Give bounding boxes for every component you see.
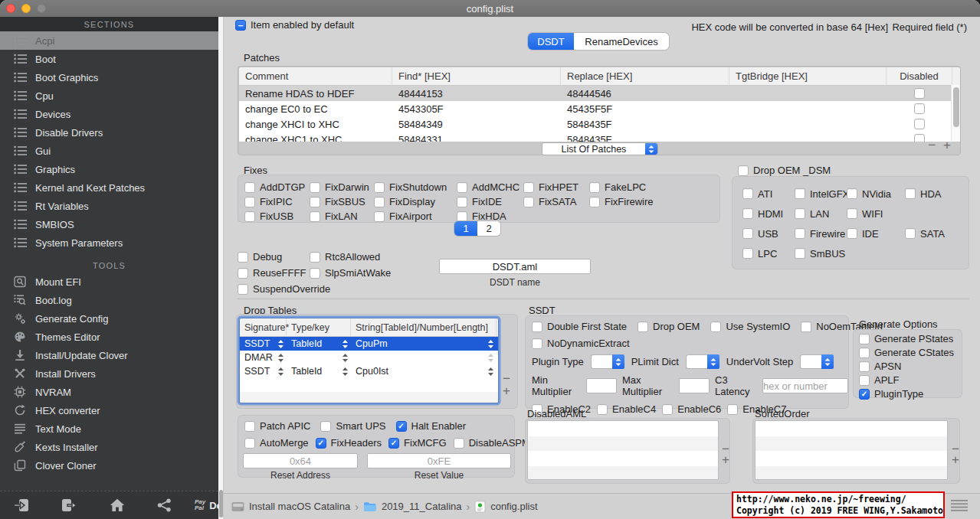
- import-icon[interactable]: [14, 498, 29, 512]
- select-undervolt-step[interactable]: [800, 354, 834, 369]
- stepper-icon[interactable]: [277, 367, 284, 377]
- add-drop-table-button[interactable]: +: [503, 387, 510, 395]
- table-row[interactable]: SSDTTableIdCpu0Ist: [240, 364, 498, 378]
- field-input-max-multiplier[interactable]: [679, 378, 710, 393]
- select-stepper-icon[interactable]: [612, 354, 624, 369]
- select-plimit-dict[interactable]: [686, 354, 719, 369]
- checkbox-rtc8allowed[interactable]: Rtc8Allowed: [310, 251, 391, 263]
- sidebar-scrollbar[interactable]: [218, 17, 224, 519]
- checkbox-fixdisplay[interactable]: FixDisplay: [374, 196, 457, 207]
- stepper-icon[interactable]: [342, 367, 349, 377]
- checkbox-box[interactable]: [597, 404, 608, 415]
- checkbox-box[interactable]: [457, 182, 467, 193]
- add-patch-button[interactable]: +: [943, 142, 951, 149]
- checkbox-enablec4[interactable]: EnableC4: [597, 403, 656, 415]
- checkbox-box[interactable]: [795, 228, 805, 239]
- checkbox-patch-apic[interactable]: Patch APIC: [244, 420, 310, 432]
- table-row[interactable]: Rename HDAS to HDEF4844415348444546: [239, 86, 960, 101]
- checkbox-fixipic[interactable]: FixIPIC: [244, 196, 310, 207]
- checkbox-box[interactable]: [238, 252, 248, 263]
- checkbox-box[interactable]: [742, 248, 753, 259]
- remove-patch-button[interactable]: −: [928, 142, 936, 149]
- checkbox-box[interactable]: [244, 197, 255, 207]
- tool-item-nvram[interactable]: NVRAM: [0, 383, 218, 401]
- checkbox-box[interactable]: ✓: [316, 438, 326, 449]
- checkbox-sata[interactable]: SATA: [905, 228, 966, 240]
- checkbox-fixmcfg[interactable]: ✓FixMCFG: [388, 437, 447, 449]
- checkbox-box[interactable]: [244, 211, 255, 222]
- sidebar-item-system-parameters[interactable]: System Parameters: [0, 233, 218, 252]
- checkbox-nvidia[interactable]: NVidia: [847, 188, 905, 200]
- checkbox-box[interactable]: [244, 182, 255, 193]
- checkbox-box[interactable]: [847, 208, 857, 219]
- drop-oem-dsm-checkbox[interactable]: Drop OEM _DSM: [738, 165, 831, 176]
- list-of-patches-dropdown[interactable]: List Of Patches: [542, 142, 658, 155]
- checkbox-ide[interactable]: IDE: [847, 228, 905, 240]
- checkbox-box[interactable]: [310, 268, 320, 279]
- checkbox-box[interactable]: [374, 182, 385, 193]
- tool-item-install-drivers[interactable]: Install Drivers: [0, 364, 218, 383]
- checkbox-aplf[interactable]: APLF: [859, 374, 962, 386]
- checkbox-box[interactable]: [795, 188, 805, 199]
- sidebar-item-acpi[interactable]: Acpi: [0, 31, 218, 50]
- checkbox-box[interactable]: [310, 252, 320, 263]
- checkbox-box[interactable]: [310, 182, 320, 193]
- checkbox-fixsata[interactable]: FixSATA: [523, 196, 589, 207]
- checkbox-box[interactable]: [738, 165, 749, 176]
- checkbox-box[interactable]: [795, 208, 805, 219]
- sidebar-item-boot[interactable]: Boot: [0, 50, 218, 68]
- checkbox-box[interactable]: [374, 211, 385, 222]
- stepper-icon[interactable]: [487, 339, 494, 349]
- checkbox-double-first-state[interactable]: Double First State: [532, 321, 627, 332]
- stepper-icon[interactable]: [342, 339, 349, 349]
- checkbox-box[interactable]: [727, 404, 738, 415]
- checkbox-box[interactable]: [742, 188, 753, 199]
- checkbox-box[interactable]: [457, 197, 467, 207]
- fixes-page-1[interactable]: 1: [454, 221, 477, 236]
- checkbox-fixlan[interactable]: FixLAN: [310, 211, 374, 222]
- table-row[interactable]: change XHC1 to XHC584843315848435F: [239, 132, 960, 142]
- checkbox-use-systemio[interactable]: Use SystemIO: [710, 321, 790, 332]
- checkbox-box[interactable]: [905, 188, 916, 199]
- tool-item-hex-converter[interactable]: HEX converter: [0, 401, 218, 419]
- breadcrumb-item[interactable]: config.plist: [490, 501, 537, 512]
- checkbox-nodynamicextract[interactable]: NoDynamicExtract: [532, 338, 630, 349]
- checkbox-automerge[interactable]: AutoMerge: [244, 437, 309, 449]
- checkbox-fixhda[interactable]: FixHDA: [457, 211, 523, 222]
- add-sorted-order-button[interactable]: +: [952, 456, 959, 464]
- patches-table-scrollbar[interactable]: [951, 85, 960, 141]
- hamburger-menu-icon[interactable]: [951, 500, 968, 514]
- checkbox-box[interactable]: [454, 438, 464, 449]
- checkbox-box[interactable]: [662, 404, 673, 415]
- sidebar-item-disable-drivers[interactable]: Disable Drivers: [0, 123, 218, 142]
- checkbox-box[interactable]: [532, 338, 542, 349]
- disabled-checkbox[interactable]: [914, 134, 925, 142]
- checkbox-plugintype[interactable]: ✓PluginType: [859, 388, 962, 400]
- stepper-icon[interactable]: [277, 353, 284, 363]
- checkbox-slpsmiatwake[interactable]: SlpSmiAtWake: [310, 267, 391, 279]
- breadcrumb-item[interactable]: Install macOS Catalina: [249, 501, 350, 512]
- scrollbar-thumb[interactable]: [219, 490, 223, 517]
- checkbox-fixsbus[interactable]: FixSBUS: [310, 196, 374, 207]
- reset-address-input[interactable]: [243, 453, 358, 468]
- sorted-order-list[interactable]: [755, 420, 948, 480]
- checkbox-smart-ups[interactable]: Smart UPS: [320, 420, 385, 432]
- checkbox-ati[interactable]: ATI: [742, 188, 795, 200]
- tool-item-mount-efi[interactable]: Mount EFI: [0, 273, 218, 291]
- checkbox-fakelpc[interactable]: FakeLPC: [589, 181, 681, 193]
- checkbox-addmchc[interactable]: AddMCHC: [457, 181, 523, 193]
- checkbox-suspendoverride[interactable]: SuspendOverride: [238, 283, 330, 295]
- stepper-icon[interactable]: [342, 353, 349, 363]
- checkbox-generate-pstates[interactable]: Generate PStates: [859, 333, 962, 344]
- checkbox-smbus[interactable]: SmBUS: [795, 248, 847, 260]
- checkbox-box[interactable]: [310, 197, 320, 207]
- checkbox-box[interactable]: [710, 322, 721, 332]
- checkbox-box[interactable]: [589, 197, 600, 207]
- disabled-aml-list[interactable]: [527, 420, 719, 480]
- tool-item-install-update-clover[interactable]: Install/Update Clover: [0, 346, 218, 364]
- field-input-min-multiplier[interactable]: [586, 378, 617, 393]
- checkbox-disableaspm[interactable]: DisableASPM: [454, 437, 530, 449]
- checkbox-lan[interactable]: LAN: [795, 208, 847, 220]
- dropdown-stepper-icon[interactable]: [645, 143, 657, 155]
- checkbox-wifi[interactable]: WIFI: [847, 208, 905, 220]
